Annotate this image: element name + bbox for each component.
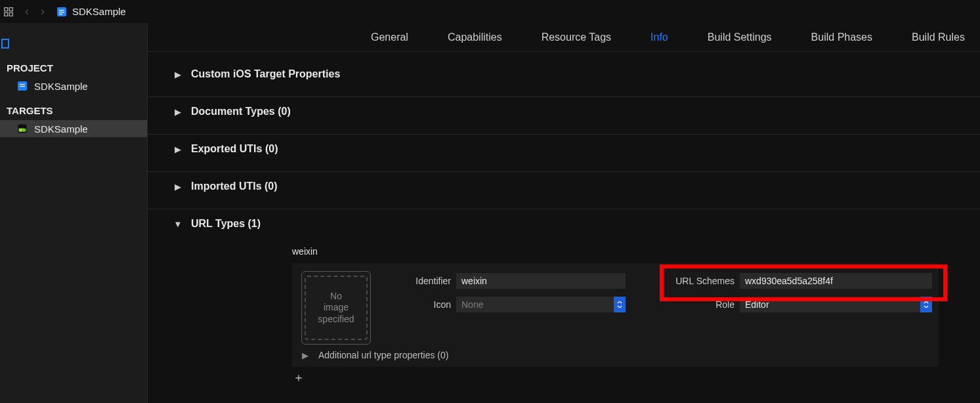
section-url-types[interactable]: ▼ URL Types (1)	[174, 212, 980, 236]
svg-point-14	[20, 127, 21, 129]
section-custom-props-label: Custom iOS Target Properties	[191, 68, 340, 80]
svg-rect-10	[20, 86, 25, 87]
tab-build-rules[interactable]: Build Rules	[912, 32, 965, 43]
content-area: General Capabilities Resource Tags Info …	[148, 23, 980, 403]
disclosure-right-icon[interactable]: ▶	[174, 108, 182, 116]
divider	[148, 96, 980, 97]
svg-point-15	[24, 127, 25, 129]
svg-rect-7	[59, 14, 62, 14]
urltype-entry: No image specified Identifier Icon None	[292, 263, 939, 367]
svg-rect-0	[5, 7, 8, 11]
selected-project-marker-icon	[1, 39, 9, 49]
nav-back-icon[interactable]: ‹	[20, 5, 34, 18]
role-select-value: Editor	[740, 297, 920, 312]
breadcrumb-bar: ‹ › SDKSample	[0, 0, 980, 23]
image-well-placeholder: No image specified	[305, 276, 368, 340]
divider	[148, 134, 980, 135]
disclosure-right-icon[interactable]: ▶	[301, 351, 309, 359]
section-imported-utis[interactable]: ▶ Imported UTIs (0)	[174, 175, 980, 198]
disclosure-right-icon[interactable]: ▶	[174, 145, 182, 153]
urltype-image-well[interactable]: No image specified	[301, 271, 371, 345]
svg-rect-3	[9, 12, 12, 16]
identifier-label: Identifier	[404, 276, 451, 286]
section-exported-utis-label: Exported UTIs (0)	[191, 143, 278, 155]
disclosure-right-icon[interactable]: ▶	[174, 182, 182, 190]
tab-info[interactable]: Info	[650, 32, 668, 43]
url-schemes-label: URL Schemes	[669, 276, 735, 286]
nav-forward-icon[interactable]: ›	[35, 5, 50, 18]
role-label: Role	[669, 299, 735, 310]
divider	[148, 171, 980, 172]
xcodeproj-icon	[17, 81, 28, 91]
project-navigator-sidebar: PROJECT SDKSample TARGETS SDKSample	[0, 23, 148, 403]
app-target-icon	[17, 123, 28, 134]
related-items-icon[interactable]	[4, 7, 13, 16]
svg-rect-1	[9, 7, 12, 11]
add-urltype-button[interactable]: ＋	[292, 371, 305, 384]
chevron-down-icon	[920, 297, 932, 312]
tab-build-settings[interactable]: Build Settings	[708, 32, 772, 43]
svg-rect-6	[59, 12, 64, 12]
section-imported-utis-label: Imported UTIs (0)	[191, 180, 278, 192]
section-custom-props[interactable]: ▶ Custom iOS Target Properties	[174, 62, 980, 86]
sidebar-target-item[interactable]: SDKSample	[0, 120, 147, 137]
editor-tab-bar: General Capabilities Resource Tags Info …	[148, 23, 980, 52]
svg-rect-9	[20, 84, 25, 85]
divider	[148, 209, 980, 209]
sidebar-project-item[interactable]: SDKSample	[0, 77, 147, 95]
tab-capabilities[interactable]: Capabilities	[448, 32, 502, 43]
sidebar-targets-heading: TARGETS	[0, 100, 147, 120]
url-schemes-input[interactable]	[740, 273, 932, 289]
svg-rect-5	[59, 10, 64, 11]
tab-build-phases[interactable]: Build Phases	[811, 32, 872, 43]
icon-label: Icon	[404, 299, 451, 310]
svg-rect-11	[18, 124, 27, 133]
icon-select[interactable]: None	[456, 297, 626, 312]
breadcrumb-title[interactable]: SDKSample	[72, 6, 126, 17]
section-exported-utis[interactable]: ▶ Exported UTIs (0)	[174, 137, 980, 161]
tab-general[interactable]: General	[371, 32, 408, 43]
section-document-types[interactable]: ▶ Document Types (0)	[174, 100, 980, 123]
tab-resource-tags[interactable]: Resource Tags	[542, 32, 611, 43]
section-doc-types-label: Document Types (0)	[191, 106, 291, 117]
svg-rect-2	[5, 12, 8, 16]
additional-url-props[interactable]: ▶ Additional url type properties (0)	[301, 350, 932, 360]
sidebar-project-label: SDKSample	[34, 81, 88, 92]
section-url-types-label: URL Types (1)	[191, 218, 261, 230]
sidebar-target-label: SDKSample	[34, 123, 88, 135]
urltype-name: weixin	[292, 246, 980, 257]
role-select[interactable]: Editor	[740, 297, 932, 312]
svg-point-13	[22, 128, 26, 132]
url-types-panel: weixin No image specified Identifier	[292, 246, 980, 384]
icon-select-value: None	[456, 297, 614, 312]
identifier-input[interactable]	[456, 273, 626, 289]
disclosure-down-icon[interactable]: ▼	[174, 220, 182, 228]
project-file-icon	[56, 7, 67, 17]
chevron-down-icon	[614, 297, 626, 312]
additional-url-props-label: Additional url type properties (0)	[318, 350, 448, 360]
disclosure-right-icon[interactable]: ▶	[174, 70, 182, 78]
sidebar-project-heading: PROJECT	[0, 57, 147, 77]
